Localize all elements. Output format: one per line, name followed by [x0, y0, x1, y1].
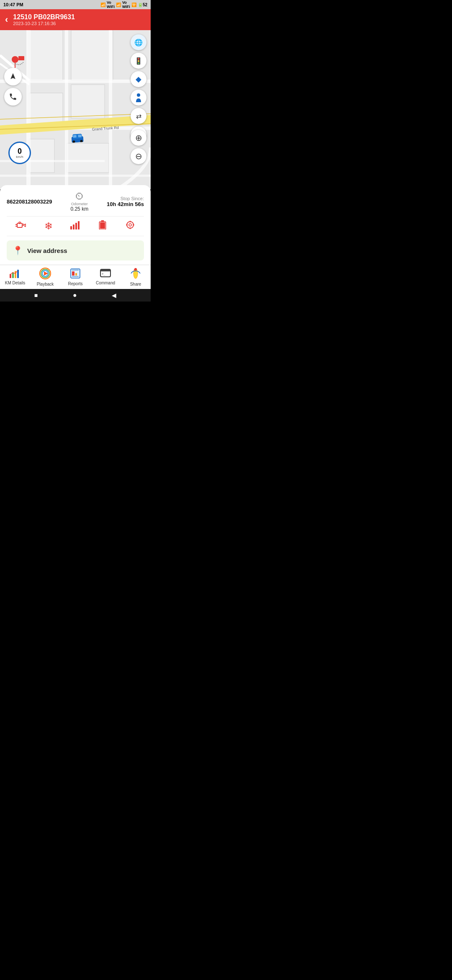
nav-label-reports: Reports [68, 281, 82, 286]
svg-point-40 [129, 224, 131, 226]
nav-item-reports[interactable]: Reports [63, 268, 88, 286]
reports-icon [70, 268, 81, 281]
svg-rect-33 [73, 224, 74, 230]
back-button[interactable]: ‹ [5, 14, 8, 25]
svg-rect-34 [75, 223, 77, 230]
target-icon [125, 220, 135, 232]
svg-rect-35 [78, 221, 80, 230]
svg-rect-9 [26, 30, 31, 189]
map-container[interactable]: Grand Trunk Rd [0, 30, 151, 189]
svg-rect-11 [109, 30, 112, 189]
android-back-button[interactable]: ◀ [112, 292, 116, 299]
signal-icon: 📶 [116, 3, 121, 7]
wifi-icon: VoWiFi [107, 0, 115, 9]
header-datetime: 2023-10-23 17:16:36 [13, 21, 146, 26]
svg-rect-27 [18, 56, 24, 60]
direction-button[interactable]: ◆ [131, 71, 146, 87]
header-info: 12510 PB02BR9631 2023-10-23 17:16:36 [13, 13, 146, 26]
map-roads: Grand Trunk Rd [0, 30, 151, 189]
svg-rect-5 [29, 139, 54, 173]
header: ‹ 12510 PB02BR9631 2023-10-23 17:16:36 [0, 9, 151, 30]
svg-rect-38 [100, 222, 105, 229]
battery-status-icon [98, 220, 107, 232]
nav-item-share[interactable]: Share [123, 268, 148, 286]
nav-label-playback: Playback [37, 282, 54, 286]
svg-rect-54 [72, 271, 74, 276]
info-row1: 862208128003229 ⏲ Odometer 0.25 km Stop … [7, 191, 144, 212]
nav-item-km-details[interactable]: KM Details [3, 269, 28, 285]
speed-unit: km/h [16, 155, 23, 159]
device-id-block: 862208128003229 [7, 199, 52, 205]
bottom-nav: KM Details Playback Reports [0, 265, 151, 289]
km-details-icon [10, 269, 21, 280]
svg-rect-55 [75, 273, 77, 276]
speed-indicator: 0 km/h [8, 142, 31, 164]
wifi2-icon: VoWiFi [122, 0, 130, 9]
svg-rect-19 [0, 175, 151, 177]
odometer-value: 0.25 km [70, 206, 88, 212]
network-icon: 📶 [100, 3, 105, 7]
android-home-button[interactable]: ● [73, 291, 77, 299]
svg-rect-24 [73, 135, 77, 138]
svg-rect-1 [29, 30, 63, 80]
command-icon: >_ [100, 269, 111, 280]
svg-point-39 [127, 222, 134, 228]
odometer-block: ⏲ Odometer 0.25 km [70, 191, 88, 212]
status-icons-row: ❄ [7, 216, 144, 236]
car-marker [70, 133, 85, 144]
status-icons: 📶 VoWiFi 📶 VoWiFi 🛜 🔋52 [100, 0, 147, 9]
svg-rect-31 [22, 224, 24, 225]
device-id: 862208128003229 [7, 199, 52, 205]
status-time: 10:47 PM [3, 2, 23, 7]
map-zoom-buttons: ⊕ ⊖ [131, 130, 146, 164]
status-bar: 10:47 PM 📶 VoWiFi 📶 VoWiFi 🛜 🔋52 [0, 0, 151, 9]
svg-rect-12 [0, 80, 151, 83]
svg-rect-25 [78, 134, 82, 137]
odometer-label: Odometer [70, 202, 88, 206]
speed-value: 0 [18, 147, 22, 155]
phone-button[interactable] [4, 88, 22, 106]
nav-item-playback[interactable]: Playback [33, 268, 58, 286]
battery-icon: 🔋52 [138, 3, 147, 7]
svg-rect-60 [100, 269, 110, 271]
svg-rect-6 [67, 143, 109, 173]
engine-icon [15, 220, 26, 232]
zoom-in-button[interactable]: ⊕ [131, 130, 146, 146]
svg-point-28 [137, 93, 140, 97]
streetview-button[interactable] [131, 90, 146, 106]
snow-icon: ❄ [44, 220, 53, 232]
view-address-button[interactable]: 📍 View address [7, 240, 144, 260]
android-nav-bar: ■ ● ◀ [0, 289, 151, 302]
nav-label-share: Share [130, 282, 141, 286]
share-icon [130, 268, 141, 281]
view-address-label: View address [27, 247, 67, 254]
map-right-buttons: 🌐 🚦 ◆ ⇄ ↪ [131, 34, 146, 142]
svg-point-26 [12, 56, 18, 63]
view-address-pin-icon: 📍 [13, 245, 23, 255]
android-recents-button[interactable]: ■ [34, 292, 38, 299]
nav-item-command[interactable]: >_ Command [93, 269, 118, 285]
stop-since-block: Stop Since: 10h 42min 56s [107, 196, 144, 207]
signal-bars-icon [70, 220, 80, 232]
nav-label-km-details: KM Details [5, 281, 25, 285]
playback-icon [39, 268, 51, 281]
stop-since-value: 10h 42min 56s [107, 201, 144, 207]
svg-rect-4 [71, 85, 105, 118]
svg-rect-32 [70, 226, 72, 230]
svg-rect-2 [71, 30, 113, 80]
info-panel: 862208128003229 ⏲ Odometer 0.25 km Stop … [0, 185, 151, 265]
globe-button[interactable]: 🌐 [131, 34, 146, 50]
swap-button[interactable]: ⇄ [131, 108, 146, 124]
stop-since-label: Stop Since: [107, 196, 144, 201]
wifi3-icon: 🛜 [131, 3, 136, 7]
nav-label-command: Command [96, 281, 115, 285]
zoom-out-button[interactable]: ⊖ [131, 148, 146, 164]
vehicle-id: 12510 PB02BR9631 [13, 13, 146, 21]
location-button[interactable] [4, 68, 22, 85]
traffic-button[interactable]: 🚦 [131, 53, 146, 69]
svg-rect-10 [65, 30, 68, 189]
map-left-buttons [4, 68, 22, 106]
svg-text:>_: >_ [102, 272, 105, 276]
svg-rect-37 [101, 220, 104, 222]
